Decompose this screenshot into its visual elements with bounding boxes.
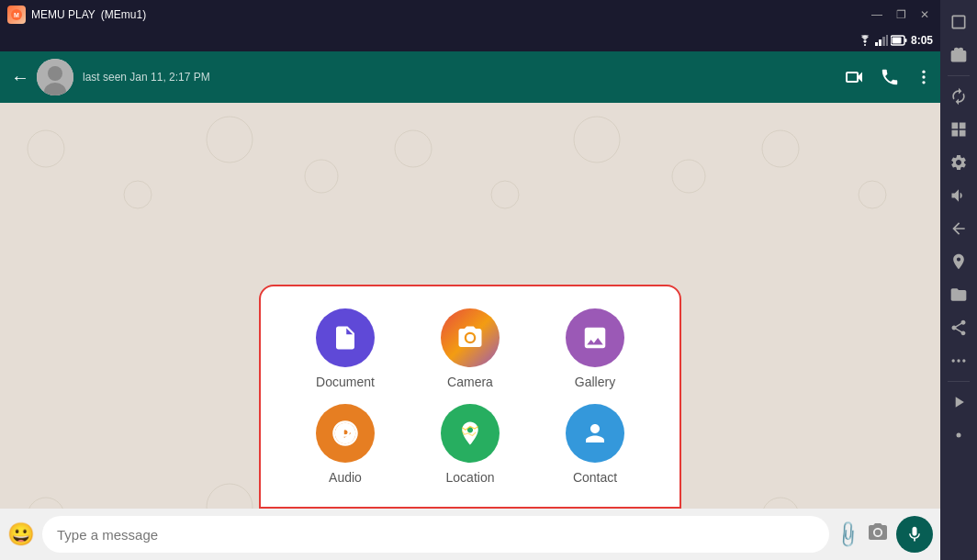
svg-rect-5 — [882, 37, 885, 46]
sidebar-dot-icon[interactable] — [944, 420, 973, 450]
sidebar-rotate-icon[interactable] — [944, 82, 973, 111]
svg-text:M: M — [14, 12, 19, 18]
svg-rect-4 — [879, 39, 882, 46]
svg-point-11 — [48, 66, 62, 81]
phone-call-icon[interactable] — [880, 67, 900, 87]
svg-point-14 — [922, 75, 925, 78]
status-bar: 8:05 — [0, 29, 940, 51]
contact-info: last seen Jan 11, 2:17 PM — [83, 71, 843, 84]
chat-header: ← last seen Jan 11, 2:17 PM — [0, 51, 940, 103]
mic-button[interactable] — [896, 516, 933, 553]
svg-point-15 — [922, 81, 925, 84]
svg-point-2 — [864, 44, 866, 46]
sidebar-divider-2 — [948, 381, 970, 382]
camera-label: Camera — [447, 375, 493, 389]
svg-point-13 — [922, 71, 925, 73]
title-bar: M MEMU PLAY (MEmu1) — ❐ ✕ — [0, 0, 940, 29]
document-icon — [331, 324, 359, 352]
attach-button[interactable]: 📎 — [832, 519, 864, 551]
title-bar-left: M MEMU PLAY (MEmu1) — [7, 6, 146, 24]
location-label: Location — [446, 470, 495, 485]
sidebar-settings-icon[interactable] — [944, 148, 973, 177]
document-icon-bg — [316, 308, 375, 367]
camera-input-button[interactable] — [867, 521, 889, 548]
sidebar-location-icon[interactable] — [944, 247, 973, 276]
gallery-icon-bg — [566, 308, 624, 367]
svg-point-19 — [957, 433, 961, 438]
gallery-label: Gallery — [575, 375, 615, 389]
sidebar-share-icon[interactable] — [944, 313, 973, 342]
header-actions — [843, 66, 933, 88]
audio-icon-bg — [316, 404, 375, 463]
emoji-button[interactable]: 😀 — [7, 521, 35, 547]
sidebar-folder-icon[interactable] — [944, 280, 973, 309]
app-window: M MEMU PLAY (MEmu1) — ❐ ✕ — [0, 0, 940, 560]
signal-icon — [875, 35, 888, 46]
svg-rect-8 — [904, 39, 906, 42]
battery-icon — [891, 35, 907, 46]
more-options-icon[interactable] — [915, 68, 933, 86]
close-button[interactable]: ✕ — [916, 6, 933, 23]
attachment-gallery[interactable]: Gallery — [566, 308, 624, 389]
document-label: Document — [316, 375, 375, 389]
svg-rect-3 — [875, 42, 878, 46]
attachment-camera[interactable]: Camera — [441, 308, 500, 389]
sidebar-play-icon[interactable] — [944, 387, 973, 417]
svg-point-17 — [957, 359, 960, 362]
video-call-icon[interactable] — [843, 66, 865, 88]
minimize-button[interactable]: — — [869, 6, 885, 23]
camera-input-icon — [867, 521, 889, 543]
sidebar-apk-icon[interactable] — [944, 40, 973, 70]
instance-name: (MEmu1) — [101, 8, 146, 21]
sidebar-window-icon[interactable] — [944, 115, 973, 144]
svg-point-16 — [952, 359, 955, 362]
attachment-document[interactable]: Document — [316, 308, 375, 389]
contact-icon-bg — [566, 404, 624, 463]
attachment-contact[interactable]: Contact — [566, 404, 624, 485]
message-input[interactable] — [42, 516, 829, 553]
wifi-icon — [858, 35, 872, 46]
contact-icon — [581, 420, 609, 447]
back-button[interactable]: ← — [4, 60, 37, 95]
svg-point-18 — [962, 359, 965, 362]
right-sidebar — [940, 0, 977, 560]
sidebar-back-icon[interactable] — [944, 214, 973, 243]
sidebar-volume-icon[interactable] — [944, 181, 973, 210]
app-logo: M — [7, 6, 26, 24]
chat-area: Document Camera — [0, 103, 940, 509]
window-controls: — ❐ ✕ — [869, 6, 933, 23]
maximize-button[interactable]: ❐ — [893, 6, 909, 23]
contact-avatar[interactable] — [37, 59, 73, 95]
gallery-icon — [581, 324, 609, 352]
camera-icon-bg — [441, 308, 500, 367]
attachment-picker: Document Camera — [259, 285, 681, 509]
sidebar-more-icon[interactable] — [944, 346, 973, 375]
camera-icon — [456, 324, 484, 352]
audio-label: Audio — [329, 470, 362, 485]
svg-rect-6 — [886, 35, 888, 46]
contact-label: Contact — [573, 470, 617, 485]
status-icons — [858, 35, 907, 46]
mic-icon — [905, 525, 924, 543]
svg-rect-9 — [892, 38, 901, 44]
input-bar: 😀 📎 — [0, 509, 940, 560]
sidebar-divider-1 — [948, 75, 970, 76]
attachment-grid: Document Camera — [290, 308, 650, 485]
location-icon — [456, 420, 484, 447]
sidebar-resize-icon[interactable] — [944, 7, 973, 37]
attachment-audio[interactable]: Audio — [316, 404, 375, 485]
audio-icon — [331, 420, 359, 447]
contact-last-seen: last seen Jan 11, 2:17 PM — [83, 71, 843, 84]
attachment-location[interactable]: Location — [441, 404, 500, 485]
status-time: 8:05 — [911, 34, 933, 47]
location-icon-bg — [441, 404, 500, 463]
app-title: MEMU PLAY — [31, 8, 95, 21]
